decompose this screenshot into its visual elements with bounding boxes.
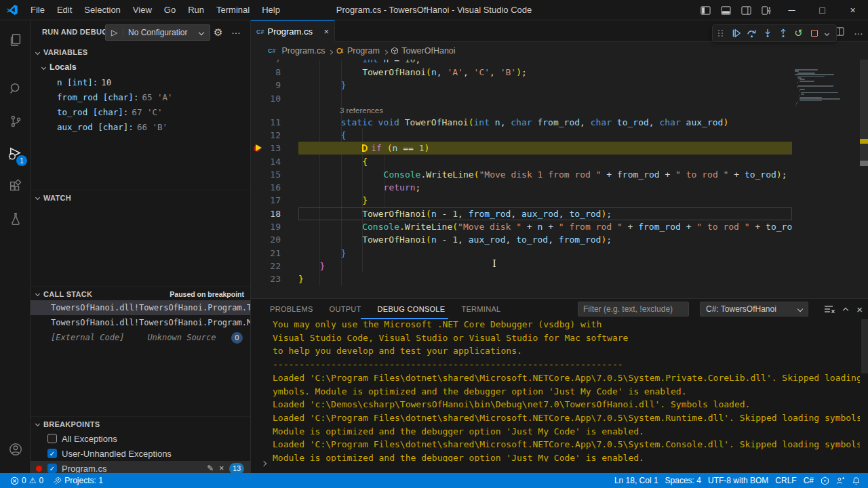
locals-group[interactable]: Locals — [31, 60, 251, 75]
maximize-panel-icon[interactable] — [844, 303, 848, 315]
menu-item-go[interactable]: Go — [158, 0, 182, 20]
breakpoint-row[interactable]: ✓User-Unhandled Exceptions — [31, 446, 251, 461]
menu-item-file[interactable]: File — [24, 0, 51, 20]
menu-item-help[interactable]: Help — [256, 0, 286, 20]
views-more-actions-icon[interactable]: … — [231, 25, 241, 36]
menu-item-terminal[interactable]: Terminal — [210, 0, 256, 20]
breakpoints-section-header[interactable]: BREAKPOINTS — [31, 416, 251, 431]
debug-console-output[interactable]: You may only use the Microsoft .NET Core… — [273, 318, 860, 462]
extensions-icon[interactable] — [0, 171, 31, 201]
start-debug-icon[interactable]: ▷ — [106, 28, 123, 37]
toggle-sidebar-icon[interactable] — [695, 0, 715, 20]
continue-icon[interactable] — [728, 25, 744, 41]
code-line-7[interactable]: int n = 10; — [298, 60, 792, 66]
restart-icon[interactable]: ↺ — [791, 25, 806, 41]
callstack-frame[interactable]: TowersOfHanoi.dll!TowersOfHanoi.Program.… — [31, 300, 251, 315]
code-line-14[interactable]: { — [298, 155, 792, 168]
menu-item-selection[interactable]: Selection — [78, 0, 126, 20]
code-line-23[interactable]: } — [298, 272, 792, 285]
debug-config-dropdown[interactable]: ▷ No Configuratior — [105, 24, 210, 41]
source-control-icon[interactable] — [0, 106, 31, 136]
accounts-icon[interactable] — [0, 434, 31, 464]
cursor-position[interactable]: Ln 18, Col 1 — [611, 473, 662, 488]
menu-item-run[interactable]: Run — [182, 0, 210, 20]
code-line-17[interactable]: } — [298, 194, 792, 207]
code-line-21[interactable]: } — [298, 247, 792, 260]
tab-close-icon[interactable]: × — [323, 26, 329, 37]
encoding[interactable]: UTF-8 with BOM — [705, 473, 772, 488]
toggle-panel-icon[interactable] — [715, 0, 736, 20]
explorer-icon[interactable] — [0, 24, 31, 55]
debug-session-dropdown[interactable]: C#: TowersOfHanoi — [700, 302, 808, 317]
console-filter-input[interactable] — [578, 302, 689, 317]
panel-tab-terminal[interactable]: TERMINAL — [461, 299, 500, 319]
breadcrumb-program-cs[interactable]: C#Program.cs — [268, 46, 325, 56]
code-line-9[interactable]: } — [298, 79, 792, 92]
panel-tab-debug-console[interactable]: DEBUG CONSOLE — [378, 299, 446, 319]
code-editor[interactable]: 7891011121314151617181920212223 int n = … — [251, 60, 868, 298]
testing-icon[interactable] — [0, 203, 31, 234]
code-line-20[interactable]: TowerOfHanoi(n - 1, aux_rod, to_rod, fro… — [298, 233, 792, 246]
maximize-button[interactable]: □ — [807, 0, 837, 20]
breakpoint-checkbox[interactable]: ✓ — [47, 464, 57, 473]
breakpoint-row[interactable]: All Exceptions — [31, 431, 251, 446]
breakpoint-row[interactable]: ✓Program.cs✎×13 — [31, 461, 251, 473]
breakpoint-checkbox[interactable]: ✓ — [47, 449, 57, 458]
code-line-12[interactable]: { — [298, 129, 792, 142]
variable-row[interactable]: from_rod [char]:65 'A' — [31, 89, 251, 104]
panel-scrollbar[interactable] — [861, 319, 868, 373]
variable-row[interactable]: n [int]:10 — [31, 75, 251, 89]
code-line-22[interactable]: } — [298, 260, 792, 272]
projects-status[interactable]: Projects: 1 — [50, 473, 106, 488]
console-input-prompt-icon[interactable] — [262, 456, 266, 468]
overview-ruler[interactable] — [860, 60, 868, 298]
editor-more-actions-icon[interactable]: … — [854, 26, 864, 37]
search-icon[interactable] — [0, 73, 31, 104]
clear-console-icon[interactable] — [824, 304, 835, 314]
remove-breakpoint-icon[interactable]: × — [219, 464, 224, 473]
step-over-icon[interactable] — [744, 25, 760, 41]
step-out-icon[interactable] — [775, 25, 791, 41]
editor-gutter[interactable]: 7891011121314151617181920212223 — [251, 60, 298, 298]
callstack-frame[interactable]: [External Code]Unknown Source0 — [31, 330, 251, 345]
tab-program-cs[interactable]: C# Program.cs × — [251, 20, 335, 42]
problems-status[interactable]: 0 ⚠ 0 — [7, 473, 47, 488]
language-mode[interactable]: C# — [800, 473, 817, 488]
edit-breakpoint-icon[interactable]: ✎ — [207, 464, 214, 473]
menu-item-view[interactable]: View — [127, 0, 158, 20]
csharp-project-icon[interactable] — [817, 473, 833, 488]
breadcrumb-towerofhanoi[interactable]: TowerOfHanoi — [391, 46, 455, 56]
variable-row[interactable]: to_rod [char]:67 'C' — [31, 104, 251, 119]
variable-row[interactable]: aux_rod [char]:66 'B' — [31, 119, 251, 134]
stop-icon[interactable] — [806, 25, 822, 41]
code-line-13[interactable]: if (n == 1) — [298, 142, 792, 155]
notifications-bell-icon[interactable] — [848, 473, 864, 488]
code-line-8[interactable]: TowerOfHanoi(n, 'A', 'C', 'B'); — [298, 66, 792, 79]
code-line-11[interactable]: static void TowerOfHanoi(int n, char fro… — [298, 116, 792, 129]
run-and-debug-icon[interactable]: 1 — [0, 138, 31, 169]
callstack-frame[interactable]: TowersOfHanoi.dll!TowersOfHanoi.Program.… — [31, 315, 251, 330]
minimize-button[interactable]: ─ — [776, 0, 807, 20]
close-panel-icon[interactable]: × — [856, 304, 863, 315]
code-line-15[interactable]: Console.WriteLine("Move disk 1 from rod … — [298, 168, 792, 181]
panel-tab-output[interactable]: OUTPUT — [330, 299, 361, 319]
codelens-references[interactable]: 3 references — [340, 106, 383, 115]
scrollbar-slider[interactable] — [860, 60, 868, 161]
step-into-icon[interactable] — [760, 25, 775, 41]
close-button[interactable]: × — [837, 0, 868, 20]
breakpoint-checkbox[interactable] — [47, 434, 57, 443]
watch-section-header[interactable]: WATCH — [31, 190, 251, 205]
debug-settings-gear-icon[interactable]: ⚙ — [214, 26, 222, 39]
panel-tab-problems[interactable]: PROBLEMS — [270, 299, 313, 319]
code-line-19[interactable]: Console.WriteLine("Move disk " + n + " f… — [298, 220, 792, 233]
minimap[interactable] — [792, 60, 860, 298]
variables-section-header[interactable]: VARIABLES — [31, 45, 251, 60]
feedback-icon[interactable] — [833, 473, 848, 488]
stop-dropdown-chevron-icon[interactable] — [822, 25, 831, 41]
eol-sequence[interactable]: CRLF — [772, 473, 800, 488]
code-line-16[interactable]: return; — [298, 181, 792, 194]
toolbar-drag-handle[interactable] — [713, 25, 728, 41]
call-stack-section-header[interactable]: CALL STACK Paused on breakpoint — [31, 286, 251, 301]
breadcrumb-program[interactable]: Program — [336, 46, 380, 56]
code-line-10[interactable] — [298, 92, 792, 105]
